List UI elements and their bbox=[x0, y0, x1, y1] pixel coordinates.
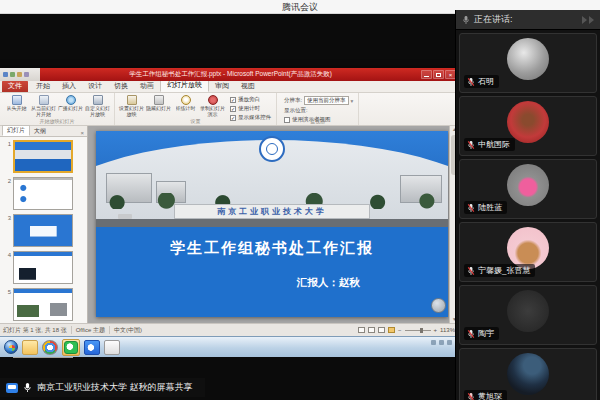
share-bar-text: 南京工业职业技术大学 赵秋的屏幕共享 bbox=[37, 381, 193, 394]
participant-tile[interactable]: 石明 bbox=[459, 33, 597, 93]
play-narrations-checkbox[interactable]: ✓播放旁白 bbox=[230, 96, 271, 103]
setup-slideshow-button[interactable]: 设置幻灯片放映 bbox=[118, 94, 145, 117]
system-tray[interactable] bbox=[431, 340, 452, 345]
windows-taskbar bbox=[0, 336, 458, 357]
thumbnail-image bbox=[13, 288, 73, 321]
normal-view-icon[interactable] bbox=[358, 327, 365, 333]
save-icon[interactable] bbox=[3, 72, 8, 77]
muted-mic-icon bbox=[467, 329, 475, 339]
zoom-level[interactable]: 113% bbox=[440, 327, 455, 333]
start-button[interactable] bbox=[4, 340, 18, 354]
tab-review[interactable]: 审阅 bbox=[209, 80, 235, 92]
participant-name: 中航国际 bbox=[478, 139, 510, 150]
tab-transitions[interactable]: 切换 bbox=[108, 80, 134, 92]
chrome-icon[interactable] bbox=[42, 340, 58, 355]
slide-sorter-view-icon[interactable] bbox=[368, 327, 375, 333]
campus-road bbox=[96, 219, 448, 227]
slide-thumbnail-2[interactable]: 2 bbox=[0, 177, 85, 210]
slide-thumbnail-1[interactable]: 1 bbox=[0, 140, 85, 173]
speaking-panel: 正在讲话: 石明 中航国际 陆胜蓝 宁馨媛_张晋慧 陶宇 黄旭琛 bbox=[455, 10, 600, 400]
participant-tile[interactable]: 宁馨媛_张晋慧 bbox=[459, 222, 597, 282]
powerpoint-taskbar-icon[interactable] bbox=[104, 340, 120, 355]
ribbon: 从头开始 从当前幻灯片开始 广播幻灯片 自定义幻灯片放映 开始放映幻灯片 设置幻… bbox=[0, 93, 458, 126]
tray-icon[interactable] bbox=[447, 340, 452, 345]
theme-status: Office 主题 bbox=[76, 326, 105, 335]
avatar bbox=[507, 38, 549, 80]
tab-animations[interactable]: 动画 bbox=[134, 80, 160, 92]
muted-mic-icon bbox=[467, 140, 475, 150]
slideshow-checkboxes: ✓播放旁白 ✓使用计时 ✓显示媒体控件 bbox=[226, 94, 273, 121]
zoom-in-icon[interactable]: + bbox=[434, 327, 438, 333]
powerpoint-title: 学生工作组秘书处工作汇报.pptx - Microsoft PowerPoint… bbox=[40, 70, 421, 79]
tencent-meeting-icon[interactable] bbox=[84, 340, 100, 355]
ribbon-group-monitors: 分辨率: 使用当前分辨率 ▾ 显示位置: 使用演示者视图 监视器 bbox=[277, 93, 359, 125]
ribbon-group-start-show: 从头开始 从当前幻灯片开始 广播幻灯片 自定义幻灯片放映 开始放映幻灯片 bbox=[0, 93, 115, 125]
powerpoint-statusbar: 幻灯片 第 1 张, 共 18 张 Office 主题 中文(中国) − + 1… bbox=[0, 323, 458, 336]
participant-name: 黄旭琛 bbox=[478, 391, 502, 400]
slide-thumbnail-3[interactable]: 3 bbox=[0, 214, 85, 247]
slide-thumbnail-4[interactable]: 4 bbox=[0, 251, 85, 284]
participant-tile[interactable]: 黄旭琛 bbox=[459, 348, 597, 400]
language-status[interactable]: 中文(中国) bbox=[114, 326, 142, 335]
hide-slide-button[interactable]: 隐藏幻灯片 bbox=[145, 94, 172, 112]
zoom-slider[interactable] bbox=[405, 330, 431, 331]
tab-file[interactable]: 文件 bbox=[2, 80, 28, 92]
participant-name: 陶宇 bbox=[478, 328, 494, 339]
screen-share-bar: 南京工业职业技术大学 赵秋的屏幕共享 bbox=[0, 378, 205, 397]
slideshow-view-icon[interactable] bbox=[388, 327, 395, 333]
tray-icon[interactable] bbox=[431, 340, 436, 345]
floating-ball[interactable] bbox=[431, 298, 446, 313]
participant-tile[interactable]: 中航国际 bbox=[459, 96, 597, 156]
rehearse-timings-icon bbox=[181, 95, 191, 105]
powerpoint-titlebar[interactable]: 学生工作组秘书处工作汇报.pptx - Microsoft PowerPoint… bbox=[0, 68, 458, 81]
broadcast-slideshow-button[interactable]: 广播幻灯片 bbox=[57, 94, 84, 112]
tab-insert[interactable]: 插入 bbox=[56, 80, 82, 92]
share-mic-icon bbox=[23, 382, 32, 393]
custom-slideshow-button[interactable]: 自定义幻灯片放映 bbox=[84, 94, 111, 117]
show-on-row[interactable]: 显示位置: bbox=[284, 107, 353, 114]
use-timings-checkbox[interactable]: ✓使用计时 bbox=[230, 105, 271, 112]
avatar bbox=[507, 353, 549, 395]
muted-mic-icon bbox=[467, 77, 475, 87]
from-current-slide-button[interactable]: 从当前幻灯片开始 bbox=[30, 94, 57, 117]
speaking-label: 正在讲话: bbox=[474, 13, 578, 26]
participant-tile[interactable]: 陶宇 bbox=[459, 285, 597, 345]
tab-home[interactable]: 开始 bbox=[30, 80, 56, 92]
avatar bbox=[507, 164, 549, 206]
participant-name: 宁馨媛_张晋慧 bbox=[478, 265, 530, 276]
gate-name-text: 南京工业职业技术大学 bbox=[217, 206, 327, 217]
maximize-button[interactable] bbox=[433, 70, 444, 79]
slide-thumbnail-5[interactable]: 5 bbox=[0, 288, 85, 321]
pane-tab-slides[interactable]: 幻灯片 bbox=[2, 125, 30, 136]
reading-view-icon[interactable] bbox=[378, 327, 385, 333]
speaker-mic-icon bbox=[462, 15, 470, 25]
current-slide[interactable]: 南京工业职业技术大学 学生工作组秘书处工作汇报 汇报人：赵秋 bbox=[96, 131, 448, 317]
from-current-slide-icon bbox=[39, 95, 49, 105]
avatar bbox=[507, 227, 549, 269]
start-slideshow-icon[interactable] bbox=[24, 72, 29, 77]
resolution-dropdown[interactable]: 使用当前分辨率 bbox=[304, 96, 349, 105]
pane-tab-outline[interactable]: 大纲 bbox=[30, 127, 50, 136]
tab-design[interactable]: 设计 bbox=[82, 80, 108, 92]
pane-close-icon[interactable]: × bbox=[80, 130, 87, 136]
wechat-icon[interactable] bbox=[64, 341, 78, 354]
minimize-button[interactable] bbox=[421, 70, 432, 79]
undo-icon[interactable] bbox=[10, 72, 15, 77]
zoom-slider-thumb[interactable] bbox=[420, 328, 423, 333]
zoom-out-icon[interactable]: − bbox=[398, 327, 402, 333]
active-app-highlight[interactable] bbox=[62, 339, 80, 356]
rehearse-timings-button[interactable]: 排练计时 bbox=[172, 94, 199, 112]
file-explorer-icon[interactable] bbox=[22, 340, 38, 355]
dropdown-arrow-icon: ▾ bbox=[351, 98, 354, 104]
thumbnail-image bbox=[13, 140, 73, 173]
redo-icon[interactable] bbox=[17, 72, 22, 77]
from-beginning-button[interactable]: 从头开始 bbox=[3, 94, 30, 112]
collapse-panel-icon[interactable] bbox=[582, 16, 594, 24]
participant-name: 石明 bbox=[478, 76, 494, 87]
tray-icon[interactable] bbox=[439, 340, 444, 345]
participant-tile[interactable]: 陆胜蓝 bbox=[459, 159, 597, 219]
screen-share-icon bbox=[6, 383, 18, 393]
tab-view[interactable]: 视图 bbox=[235, 80, 261, 92]
record-slideshow-button[interactable]: 录制幻灯片演示 bbox=[199, 94, 226, 117]
slide-count-status: 幻灯片 第 1 张, 共 18 张 bbox=[3, 326, 67, 335]
